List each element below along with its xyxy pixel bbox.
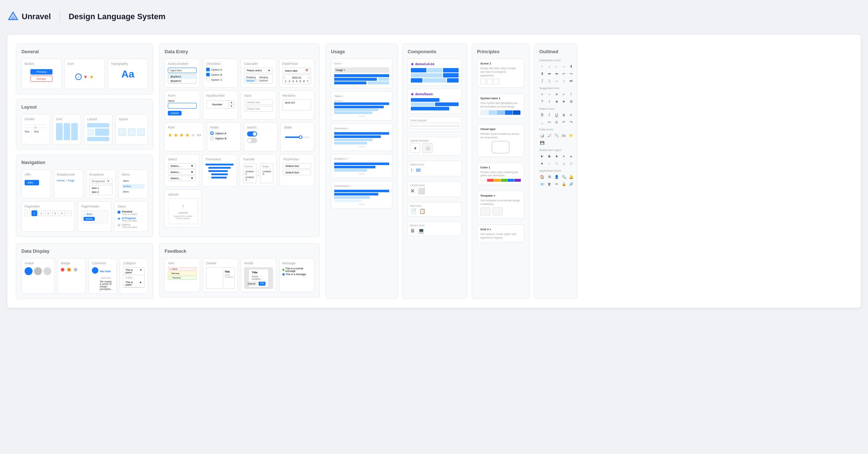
- si-3[interactable]: ✕: [554, 91, 559, 97]
- bi-7[interactable]: ○: [546, 160, 552, 166]
- di-5[interactable]: 📁: [568, 133, 574, 138]
- checkbox-1[interactable]: [206, 68, 210, 71]
- button-danger[interactable]: Danger: [30, 76, 52, 82]
- page-3[interactable]: 3: [45, 210, 51, 216]
- input-field-2[interactable]: Default Size: [244, 106, 273, 112]
- rate-star-5[interactable]: ★: [191, 132, 196, 138]
- ai-1[interactable]: 🏠: [539, 174, 545, 180]
- modal-ok[interactable]: OK: [259, 282, 265, 286]
- si-10[interactable]: ⚙: [568, 98, 574, 104]
- collapse-header-2[interactable]: This is panel ►: [123, 280, 144, 287]
- inputnumber-down[interactable]: ▼: [229, 105, 234, 108]
- oi-8[interactable]: ➡: [554, 71, 559, 76]
- oi-6[interactable]: ⬇: [539, 71, 545, 76]
- si-5[interactable]: !: [568, 91, 574, 97]
- dropdown-item-2[interactable]: Item 2: [90, 190, 112, 194]
- oi-12[interactable]: ⤵: [546, 78, 552, 84]
- si-6[interactable]: ?: [539, 98, 545, 104]
- bi-1[interactable]: ▶: [539, 153, 545, 159]
- page-4[interactable]: 4: [52, 210, 58, 216]
- rate-star-2[interactable]: ★: [174, 132, 178, 138]
- select-box-1[interactable]: Select... ▼: [168, 163, 196, 169]
- cal-d7[interactable]: 7: [306, 80, 309, 83]
- c-item-1[interactable]: Zhejiang: [246, 76, 258, 79]
- cal-d1[interactable]: 1: [284, 80, 288, 83]
- ei-5[interactable]: ≡: [568, 112, 574, 118]
- page-next[interactable]: ›: [66, 210, 72, 216]
- ai-7[interactable]: 🗑: [546, 181, 552, 187]
- oi-2[interactable]: ↓: [546, 63, 552, 69]
- cal-d3[interactable]: 3: [292, 80, 295, 83]
- cal-prev[interactable]: ‹: [284, 76, 285, 79]
- menu-item-active[interactable]: Active: [122, 184, 145, 189]
- si-9[interactable]: ♥: [561, 98, 567, 104]
- radio-1[interactable]: [210, 131, 214, 135]
- c-item-3[interactable]: Nanjing: [259, 76, 272, 79]
- ai-10[interactable]: 🔗: [568, 181, 574, 187]
- cal-d2[interactable]: 2: [288, 80, 291, 83]
- oi-7[interactable]: ⬅: [546, 71, 552, 76]
- ei-6[interactable]: ⁁: [539, 119, 545, 125]
- menu-item-2[interactable]: Item: [122, 189, 145, 194]
- page-1[interactable]: 1: [31, 210, 37, 216]
- ph-btn[interactable]: Action: [84, 217, 95, 221]
- bi-4[interactable]: ●: [561, 153, 567, 159]
- ei-8[interactable]: ⎘: [554, 119, 559, 125]
- ac-option-1[interactable]: @option1: [168, 75, 196, 79]
- ac-option-2[interactable]: @option2: [168, 79, 196, 83]
- si-2[interactable]: −: [546, 91, 552, 97]
- upload-demo[interactable]: ↑ Upload Support for a single or bulk up…: [168, 198, 198, 224]
- demo-col-24-card[interactable]: ◈ demo/col-24: [408, 59, 462, 86]
- bi-3[interactable]: ◆: [554, 153, 559, 159]
- mentions-input[interactable]: @afc163: [282, 100, 311, 110]
- inputnumber-input[interactable]: Number ▲ ▼: [206, 100, 235, 109]
- ei-7[interactable]: ✂: [546, 119, 552, 125]
- transfer-left-arrow[interactable]: ‹: [258, 174, 259, 177]
- timepicker-input-1[interactable]: Default Size: [283, 163, 311, 169]
- switch-on[interactable]: [247, 131, 257, 136]
- rate-star-3[interactable]: ★: [179, 132, 184, 138]
- bi-8[interactable]: □: [554, 160, 559, 166]
- oi-1[interactable]: ↑: [539, 63, 545, 69]
- ei-1[interactable]: B: [539, 112, 545, 118]
- form-field-1[interactable]: [168, 103, 197, 109]
- di-4[interactable]: 🗃: [561, 133, 567, 138]
- menu-item-1[interactable]: Item: [122, 178, 145, 183]
- transfer-right-arrow[interactable]: ›: [258, 169, 259, 173]
- page-prev[interactable]: ‹: [25, 210, 30, 216]
- bi-6[interactable]: ■: [539, 160, 545, 166]
- button-primary[interactable]: Primary: [30, 69, 52, 75]
- collapse-header-1[interactable]: This is panel ▼: [123, 268, 144, 275]
- si-7[interactable]: i: [546, 98, 552, 104]
- select-box-2[interactable]: Select... ▼: [168, 169, 196, 175]
- cal-d6[interactable]: 6: [302, 80, 306, 83]
- radio-2[interactable]: [210, 136, 214, 140]
- timepicker-input-2[interactable]: Default Size: [283, 170, 311, 175]
- di-3[interactable]: 📉: [554, 133, 559, 138]
- checkbox-2[interactable]: [206, 73, 210, 76]
- input-field-1[interactable]: Default Size: [244, 100, 273, 105]
- c-item-2[interactable]: Jiangsu: [246, 79, 258, 82]
- ph-back[interactable]: ← Back: [84, 213, 106, 215]
- si-4[interactable]: ✓: [561, 91, 567, 97]
- slider-demo[interactable]: [285, 136, 310, 138]
- bi-2[interactable]: ▣: [546, 153, 552, 159]
- bi-10[interactable]: ◇: [568, 160, 574, 166]
- cascader-box[interactable]: Please select ▼: [244, 68, 273, 73]
- ac-input[interactable]: input here: [168, 68, 197, 73]
- si-8[interactable]: ★: [554, 98, 559, 104]
- select-box-3[interactable]: Select... ▼: [168, 176, 196, 181]
- ei-10[interactable]: ↷: [568, 119, 574, 125]
- oi-9[interactable]: ↩: [561, 71, 567, 76]
- ei-4[interactable]: S̶: [561, 112, 567, 118]
- modal-cancel[interactable]: Cancel: [246, 282, 258, 286]
- dropdown-box[interactable]: Dropdown ▼: [89, 178, 112, 184]
- cal-d5[interactable]: 5: [299, 80, 302, 83]
- oi-13[interactable]: ↔: [554, 78, 559, 84]
- bi-9[interactable]: △: [561, 160, 567, 166]
- ai-5[interactable]: 🔔: [568, 174, 574, 180]
- ai-8[interactable]: ✏: [554, 181, 559, 187]
- page-5[interactable]: 5: [59, 210, 65, 216]
- datepicker-input[interactable]: Select date 📅: [282, 68, 311, 73]
- oi-3[interactable]: ←: [554, 63, 559, 69]
